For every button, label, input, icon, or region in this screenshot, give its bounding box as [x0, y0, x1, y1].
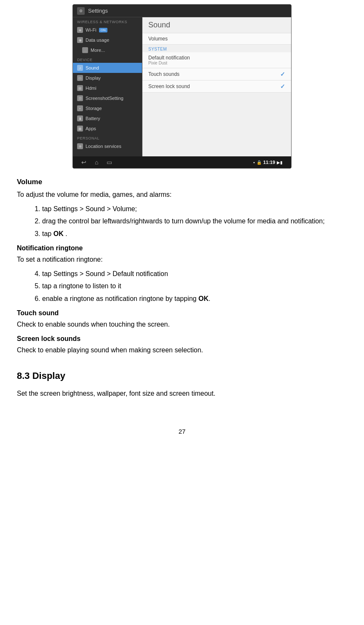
sidebar-item-location[interactable]: ⊕ Location services	[73, 141, 142, 151]
volume-intro: To adjust the volume for media, games, a…	[17, 189, 347, 200]
display-icon: ▭	[77, 75, 83, 81]
display-label: Display	[86, 75, 101, 80]
volumes-label: Volumes	[148, 36, 168, 42]
default-notification-label: Default notification	[148, 55, 190, 61]
battery-label: Battery	[86, 116, 100, 121]
volumes-row[interactable]: Volumes	[142, 33, 291, 45]
wifi-icon: ◈	[77, 27, 83, 33]
sidebar: WIRELESS & NETWORKS ◈ Wi-Fi ON ◉ Data us…	[73, 17, 142, 156]
personal-section-label: PERSONAL	[73, 134, 142, 141]
location-label: Location services	[86, 144, 121, 149]
settings-app-icon: ⚙	[77, 7, 85, 15]
sidebar-item-more[interactable]: … More...	[73, 45, 142, 55]
volume-heading: Volume	[17, 176, 347, 188]
screen-lock-sound-row[interactable]: Screen lock sound ✓	[142, 80, 291, 93]
data-usage-label: Data usage	[86, 38, 109, 43]
volume-step-2: drag the control bar leftwards/rightward…	[42, 216, 347, 227]
touch-sounds-check-icon: ✓	[280, 71, 285, 78]
default-notification-row[interactable]: Default notification Pixie Dust	[142, 52, 291, 68]
notification-heading: Notification ringtone	[17, 243, 347, 254]
screenshot-icon: ⊡	[77, 95, 83, 101]
wifi-label: Wi-Fi	[86, 27, 96, 32]
sidebar-item-sound[interactable]: ♪ Sound	[73, 63, 142, 73]
ok-bold-2: OK	[198, 295, 209, 302]
default-notification-text: Default notification Pixie Dust	[148, 55, 190, 65]
display-text: Set the screen brightness, wallpaper, fo…	[17, 388, 347, 399]
location-icon: ⊕	[77, 143, 83, 149]
data-usage-icon: ◉	[77, 37, 83, 43]
title-bar-text: Settings	[88, 8, 108, 14]
back-icon[interactable]: ↩	[81, 159, 86, 166]
screenshot-wrapper: ⚙ Settings WIRELESS & NETWORKS ◈ Wi-Fi O…	[17, 4, 347, 169]
storage-icon: ▪	[77, 105, 83, 111]
page-number: 27	[17, 428, 347, 435]
device-section-label: DEVICE	[73, 55, 142, 63]
volume-step-3: tap OK .	[42, 228, 347, 239]
status-time: 11:19	[263, 160, 275, 165]
page-container: ⚙ Settings WIRELESS & NETWORKS ◈ Wi-Fi O…	[0, 0, 364, 452]
more-icon: …	[82, 47, 88, 53]
apps-icon: ▦	[77, 126, 83, 131]
notification-step-6: enable a ringtone as notification ringto…	[42, 293, 347, 304]
screenshot-label: ScreenshotSetting	[86, 96, 123, 101]
volume-step-1: tap Settings > Sound > Volume;	[42, 204, 347, 215]
lock-status-icon: 🔒	[257, 160, 262, 165]
notification-intro: To set a notification ringtone:	[17, 254, 347, 265]
sidebar-item-screenshot[interactable]: ⊡ ScreenshotSetting	[73, 93, 142, 103]
nav-icons: ↩ ⌂ ▭	[81, 159, 112, 166]
screenshot: ⚙ Settings WIRELESS & NETWORKS ◈ Wi-Fi O…	[72, 4, 292, 169]
sidebar-item-hdmi[interactable]: ▤ Hdmi	[73, 83, 142, 93]
screen-lock-sound-check-icon: ✓	[280, 83, 285, 90]
sidebar-item-storage[interactable]: ▪ Storage	[73, 103, 142, 113]
ok-bold-1: OK	[54, 230, 64, 237]
more-label: More...	[91, 48, 105, 53]
notification-step-5: tap a ringtone to listen to it	[42, 281, 347, 292]
hdmi-label: Hdmi	[86, 86, 96, 91]
storage-label: Storage	[86, 106, 102, 111]
content-header: Sound	[142, 17, 291, 33]
sound-label: Sound	[86, 65, 99, 70]
settings-body: WIRELESS & NETWORKS ◈ Wi-Fi ON ◉ Data us…	[73, 17, 291, 156]
display-heading: 8.3 Display	[17, 368, 347, 383]
content-panel: Sound Volumes SYSTEM Default notificatio…	[142, 17, 291, 156]
touch-sound-text: Check to enable sounds when touching the…	[17, 319, 347, 330]
sidebar-item-battery[interactable]: ▮ Battery	[73, 113, 142, 123]
screenshot-status-icon: ▪	[253, 160, 255, 165]
recent-icon[interactable]: ▭	[107, 159, 112, 166]
sidebar-item-display[interactable]: ▭ Display	[73, 73, 142, 83]
signal-status-icon: ▶▮	[277, 160, 283, 165]
screen-lock-text: Check to enable playing sound when makin…	[17, 345, 347, 356]
screen-lock-sound-label: Screen lock sound	[148, 83, 190, 89]
sidebar-item-data-usage[interactable]: ◉ Data usage	[73, 35, 142, 45]
doc-content: Volume To adjust the volume for media, g…	[17, 176, 347, 419]
touch-sounds-row[interactable]: Touch sounds ✓	[142, 68, 291, 80]
sidebar-item-apps[interactable]: ▦ Apps	[73, 123, 142, 134]
home-icon[interactable]: ⌂	[95, 159, 98, 166]
touch-sound-heading: Touch sound	[17, 308, 347, 319]
volume-steps-list: tap Settings > Sound > Volume; drag the …	[42, 204, 347, 239]
wireless-section-label: WIRELESS & NETWORKS	[73, 17, 142, 25]
system-section-label: SYSTEM	[142, 45, 291, 52]
notification-steps-list: tap Settings > Sound > Default notificat…	[42, 268, 347, 304]
battery-icon: ▮	[77, 115, 83, 121]
wifi-badge: ON	[99, 28, 107, 32]
screen-lock-heading: Screen lock sounds	[17, 333, 347, 344]
bottom-nav: ↩ ⌂ ▭ ▪ 🔒 11:19 ▶▮	[73, 156, 291, 168]
title-bar: ⚙ Settings	[73, 5, 291, 17]
touch-sounds-label: Touch sounds	[148, 71, 179, 77]
sidebar-item-wifi[interactable]: ◈ Wi-Fi ON	[73, 25, 142, 35]
apps-label: Apps	[86, 126, 96, 131]
default-notification-value: Pixie Dust	[148, 61, 190, 65]
notification-step-4: tap Settings > Sound > Default notificat…	[42, 268, 347, 279]
sound-icon: ♪	[77, 65, 83, 71]
status-right: ▪ 🔒 11:19 ▶▮	[253, 160, 283, 165]
hdmi-icon: ▤	[77, 85, 83, 91]
